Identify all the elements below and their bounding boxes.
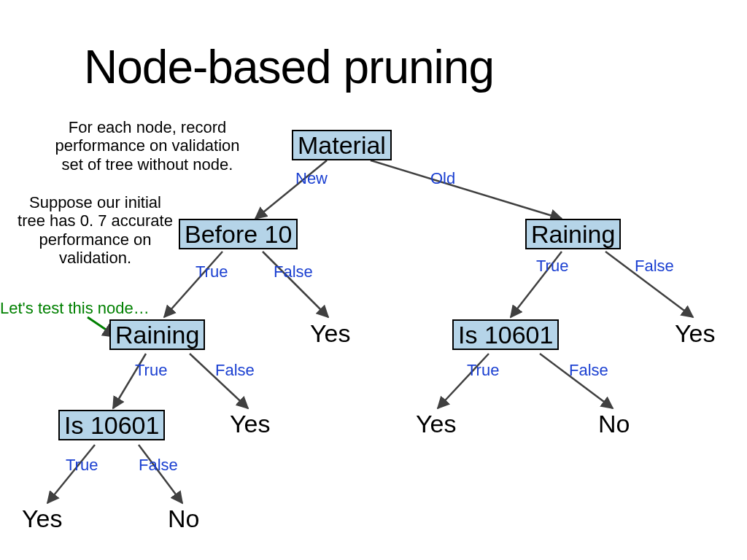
edge-label-true-3: True — [135, 361, 167, 380]
leaf-yes-1: Yes — [310, 319, 350, 348]
leaf-no-2: No — [168, 505, 199, 533]
note-mid-left: Suppose our initial tree has 0. 7 accura… — [13, 193, 177, 267]
callout-test-node: Let's test this node… — [0, 299, 150, 318]
leaf-no-1: No — [598, 410, 630, 438]
node-is10601-right: Is 10601 — [452, 319, 559, 350]
diagram-stage: Node-based pruning For each node, record… — [0, 0, 747, 560]
leaf-yes-3: Yes — [230, 410, 270, 438]
node-before10: Before 10 — [179, 219, 298, 249]
node-raining-left: Raining — [109, 319, 205, 350]
edge-label-new: New — [295, 169, 328, 188]
edge-label-false-2: False — [635, 257, 674, 276]
node-material: Material — [292, 130, 392, 160]
svg-line-1 — [371, 160, 562, 219]
edge-label-old: Old — [430, 169, 455, 188]
edge-label-true-2: True — [536, 257, 568, 276]
leaf-yes-5: Yes — [22, 505, 62, 533]
page-title: Node-based pruning — [84, 40, 494, 94]
edge-label-true-4: True — [467, 361, 499, 380]
node-is10601-left: Is 10601 — [58, 410, 165, 440]
edge-label-true-1: True — [196, 262, 228, 281]
svg-line-2 — [263, 252, 328, 317]
note-top-left: For each node, record performance on val… — [45, 118, 249, 174]
edge-label-false-5: False — [139, 456, 178, 475]
edge-label-false-1: False — [274, 262, 313, 281]
edge-label-false-3: False — [215, 361, 255, 380]
leaf-yes-4: Yes — [416, 410, 456, 438]
node-raining-right: Raining — [525, 219, 621, 249]
edge-label-true-5: True — [66, 456, 98, 475]
edge-label-false-4: False — [569, 361, 608, 380]
leaf-yes-2: Yes — [675, 319, 715, 348]
